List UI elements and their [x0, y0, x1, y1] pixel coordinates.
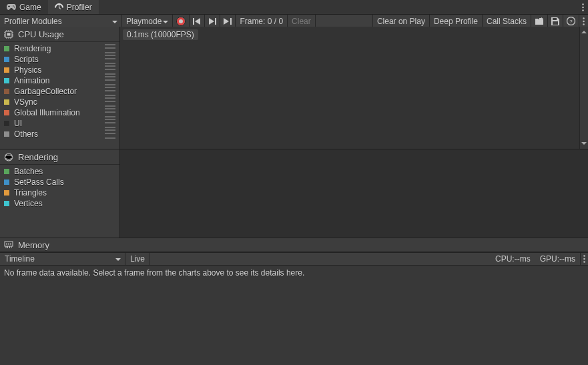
skip-last-icon: [224, 18, 232, 25]
cpu-module-header[interactable]: CPU Usage: [0, 27, 119, 42]
svg-point-2: [582, 9, 584, 11]
legend-label: Animation: [14, 76, 100, 85]
tab-game[interactable]: Game: [0, 0, 48, 14]
legend-item[interactable]: Triangles: [0, 188, 119, 198]
call-stacks-button[interactable]: Call Stacks: [483, 15, 531, 27]
profiler-modules-label: Profiler Modules: [4, 17, 62, 26]
detail-timings: CPU:--ms GPU:--ms: [150, 253, 581, 265]
module-memory: Memory: [0, 238, 588, 252]
playmode-dropdown[interactable]: Playmode: [122, 15, 173, 27]
legend-item[interactable]: Global Illumination: [0, 107, 119, 118]
drag-handle-icon[interactable]: [105, 65, 115, 75]
drag-handle-icon[interactable]: [105, 129, 115, 139]
live-button[interactable]: Live: [125, 253, 150, 265]
legend-label: Global Illumination: [14, 108, 100, 117]
chart-scrollbar[interactable]: [579, 27, 588, 149]
legend-item[interactable]: UI: [0, 118, 119, 129]
record-button[interactable]: [173, 15, 190, 27]
svg-rect-9: [7, 33, 11, 35]
legend-label: SetPass Calls: [14, 177, 115, 187]
svg-point-6: [583, 20, 585, 22]
help-button[interactable]: ?: [563, 15, 579, 27]
legend-label: Vertices: [14, 199, 115, 208]
color-swatch: [4, 99, 9, 105]
drag-handle-icon[interactable]: [105, 76, 115, 85]
memory-module-header[interactable]: Memory: [0, 238, 588, 252]
save-button[interactable]: [548, 15, 563, 27]
rendering-icon: [4, 153, 13, 161]
color-swatch: [4, 190, 9, 196]
module-cpu-usage: CPU Usage RenderingScriptsPhysicsAnimati…: [0, 27, 588, 149]
drag-handle-icon[interactable]: [105, 108, 115, 117]
tab-profiler[interactable]: Profiler: [48, 0, 99, 14]
clear-on-play-button[interactable]: Clear on Play: [373, 15, 430, 27]
deep-profile-button[interactable]: Deep Profile: [430, 15, 483, 27]
skip-first-icon: [193, 18, 201, 25]
scroll-up-icon[interactable]: [580, 27, 588, 35]
svg-point-13: [583, 255, 585, 257]
legend-item[interactable]: Others: [0, 129, 119, 139]
legend-item[interactable]: Physics: [0, 65, 119, 75]
svg-point-7: [583, 23, 585, 25]
clear-button[interactable]: Clear: [288, 15, 316, 27]
drag-handle-icon[interactable]: [105, 119, 115, 128]
svg-point-14: [583, 258, 585, 260]
step-back-icon: [208, 18, 216, 25]
next-frame-button[interactable]: [220, 15, 236, 27]
profiler-tab-icon: [55, 3, 63, 11]
drag-handle-icon[interactable]: [105, 55, 115, 64]
legend-item[interactable]: Batches: [0, 166, 119, 177]
legend-item[interactable]: Scripts: [0, 54, 119, 65]
tab-profiler-label: Profiler: [67, 3, 92, 12]
legend-item[interactable]: VSync: [0, 97, 119, 107]
legend-item[interactable]: Vertices: [0, 198, 119, 209]
cpu-sidebar: CPU Usage RenderingScriptsPhysicsAnimati…: [0, 27, 120, 149]
legend-item[interactable]: Animation: [0, 75, 119, 86]
cpu-title-label: CPU Usage: [18, 29, 64, 39]
first-frame-button[interactable]: [190, 15, 205, 27]
help-icon: ?: [567, 17, 575, 25]
rendering-module-header[interactable]: Rendering: [0, 149, 119, 165]
svg-point-0: [582, 3, 584, 5]
tab-overflow-menu[interactable]: [577, 0, 588, 14]
legend-label: Rendering: [14, 44, 100, 53]
detail-view-dropdown[interactable]: Timeline: [0, 253, 125, 265]
color-swatch: [4, 201, 9, 206]
legend-label: VSync: [14, 97, 100, 107]
prev-frame-button[interactable]: [205, 15, 220, 27]
gamepad-icon: [7, 4, 16, 10]
memory-title-label: Memory: [18, 240, 49, 250]
color-swatch: [4, 67, 9, 73]
live-label: Live: [130, 254, 145, 264]
color-swatch: [4, 110, 9, 115]
color-swatch: [4, 179, 9, 185]
load-button[interactable]: [531, 15, 548, 27]
drag-handle-icon[interactable]: [105, 44, 115, 53]
cpu-overlay-label: 0.1ms (10000FPS): [123, 29, 198, 40]
toolbar-overflow-menu[interactable]: [579, 15, 588, 27]
detail-toolbar: Timeline Live CPU:--ms GPU:--ms: [0, 252, 588, 266]
profiler-modules-dropdown[interactable]: Profiler Modules: [0, 15, 122, 27]
color-swatch: [4, 121, 9, 126]
svg-text:?: ?: [569, 19, 573, 25]
deep-profile-label: Deep Profile: [434, 17, 478, 26]
kebab-icon: [583, 255, 585, 263]
detail-view-label: Timeline: [5, 254, 35, 264]
drag-handle-icon[interactable]: [105, 97, 115, 107]
legend-label: Scripts: [14, 55, 100, 64]
legend-label: Others: [14, 129, 100, 139]
legend-item[interactable]: SetPass Calls: [0, 177, 119, 188]
cpu-chart-area[interactable]: 0.1ms (10000FPS): [120, 27, 588, 149]
legend-item[interactable]: GarbageCollector: [0, 86, 119, 97]
legend-item[interactable]: Rendering: [0, 43, 119, 54]
rendering-chart-area[interactable]: [120, 149, 588, 238]
legend-label: GarbageCollector: [14, 87, 100, 96]
color-swatch: [4, 131, 9, 137]
detail-overflow-menu[interactable]: [581, 253, 588, 265]
scroll-down-icon[interactable]: [580, 141, 588, 149]
detail-message: No frame data available. Select a frame …: [4, 268, 304, 278]
clear-on-play-label: Clear on Play: [377, 17, 425, 26]
drag-handle-icon[interactable]: [105, 87, 115, 96]
call-stacks-label: Call Stacks: [487, 17, 527, 26]
frame-counter[interactable]: Frame: 0 / 0: [236, 15, 288, 27]
